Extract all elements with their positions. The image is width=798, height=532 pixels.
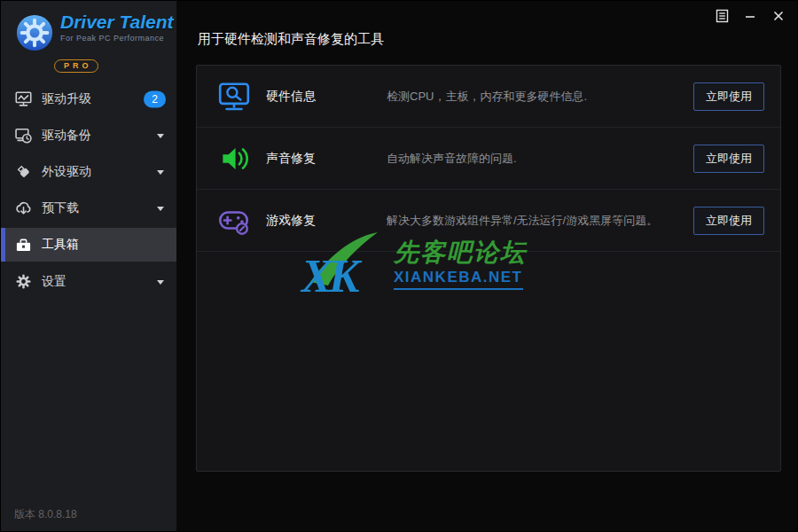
hardware-info-icon: [216, 79, 252, 114]
tool-description: 自动解决声音故障的问题.: [387, 151, 693, 167]
window-controls: [712, 7, 788, 25]
tool-description: 检测CPU，主板，内存和更多硬件信息.: [387, 89, 693, 105]
page-title: 用于硬件检测和声音修复的工具: [198, 31, 384, 48]
chevron-down-icon[interactable]: [157, 134, 164, 138]
sidebar-item-label: 外设驱动: [42, 164, 91, 180]
gear-icon: [14, 273, 32, 291]
app-logo: Driver Talent For Peak PC Performance PR…: [1, 1, 176, 81]
game-repair-icon: [216, 203, 252, 239]
tool-description: 解决大多数游戏组件异常/无法运行/游戏黑屏等问题。: [387, 213, 693, 229]
sidebar-item-toolbox[interactable]: 工具箱: [1, 228, 176, 262]
app-subtitle: For Peak PC Performance: [60, 34, 174, 43]
menu-icon[interactable]: [712, 7, 732, 25]
chevron-down-icon[interactable]: [157, 170, 164, 175]
sidebar-item-label: 驱动备份: [42, 128, 91, 144]
monitor-pulse-icon: [14, 90, 32, 108]
close-button[interactable]: [769, 7, 788, 25]
sidebar-item-driver-backup[interactable]: 驱动备份: [1, 117, 176, 153]
chevron-down-icon[interactable]: [157, 207, 164, 211]
sidebar-item-driver-upgrade[interactable]: 驱动升级 2: [1, 81, 176, 117]
sidebar-item-label: 驱动升级: [42, 91, 91, 107]
sidebar: Driver Talent For Peak PC Performance PR…: [1, 1, 176, 532]
sidebar-item-label: 工具箱: [42, 237, 79, 253]
watermark-site-url: XIANKEBA.NET: [394, 269, 523, 290]
tool-name: 游戏修复: [252, 213, 387, 229]
update-count-badge: 2: [144, 90, 166, 107]
use-now-button-hardware-info[interactable]: 立即使用: [693, 82, 764, 111]
usb-icon: [14, 163, 32, 181]
sound-repair-icon: [216, 141, 252, 176]
xk-letters: XK: [301, 254, 356, 300]
tool-row-game-repair: 游戏修复 解决大多数游戏组件异常/无法运行/游戏黑屏等问题。 立即使用: [197, 190, 780, 252]
tool-row-sound-repair: 声音修复 自动解决声音故障的问题. 立即使用: [197, 128, 780, 190]
tools-panel: 硬件信息 检测CPU，主板，内存和更多硬件信息. 立即使用 声音修复 自动解决声…: [196, 65, 781, 472]
sidebar-item-predownload[interactable]: 预下载: [1, 190, 176, 226]
tool-row-hardware-info: 硬件信息 检测CPU，主板，内存和更多硬件信息. 立即使用: [197, 66, 780, 128]
cloud-download-icon: [14, 200, 32, 217]
sidebar-item-settings[interactable]: 设置: [1, 263, 176, 300]
sidebar-item-label: 预下载: [42, 200, 79, 216]
toolbox-icon: [14, 236, 32, 254]
tool-name: 声音修复: [252, 151, 387, 167]
sidebar-item-peripheral-drivers[interactable]: 外设驱动: [1, 153, 176, 190]
app-title: Driver Talent: [60, 12, 174, 33]
use-now-button-sound-repair[interactable]: 立即使用: [693, 145, 764, 173]
chevron-down-icon[interactable]: [157, 280, 164, 285]
driver-talent-gear-logo-icon: [15, 13, 54, 56]
version-label: 版本 8.0.8.18: [14, 507, 77, 522]
tool-name: 硬件信息: [252, 89, 387, 105]
sidebar-nav: 驱动升级 2 驱动备份: [1, 81, 176, 300]
monitor-clock-icon: [14, 127, 32, 145]
use-now-button-game-repair[interactable]: 立即使用: [693, 207, 764, 235]
minimize-button[interactable]: [740, 7, 760, 25]
sidebar-item-label: 设置: [42, 274, 66, 290]
main-area: 用于硬件检测和声音修复的工具 硬件信息 检测CPU，主板，内存和更多硬件信息. …: [176, 1, 798, 532]
pro-badge: PRO: [54, 59, 98, 73]
